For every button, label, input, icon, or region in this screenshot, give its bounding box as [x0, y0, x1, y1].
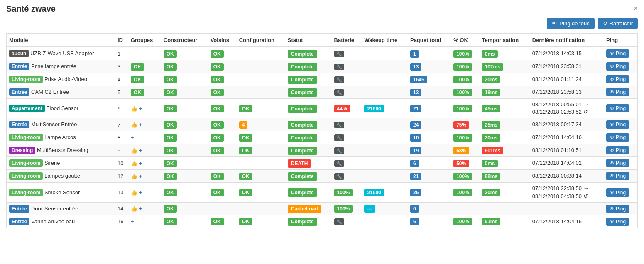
ok-badge: OK — [211, 189, 224, 196]
status-badge: DEATH — [288, 159, 311, 168]
id-cell: 9 — [115, 144, 128, 157]
ping-button[interactable]: 👁 Ping — [606, 62, 629, 71]
tempo-cell — [479, 202, 529, 215]
ping-button[interactable]: 👁 Ping — [606, 49, 629, 58]
table-row: Living-room Smoke Sensor 13 👍 + OK OK OK… — [7, 183, 638, 202]
tempo-badge: 91ms — [482, 218, 500, 225]
ping-button[interactable]: 👁 Ping — [606, 104, 629, 112]
eye-icon: 👁 — [610, 76, 615, 82]
thumbs-up-icon[interactable]: 👍 — [131, 173, 137, 179]
module-cell: Living-room Smoke Sensor — [7, 183, 115, 202]
thumbs-up-icon[interactable]: 👍 — [131, 160, 137, 166]
status-badge: Complete — [288, 172, 317, 181]
table-row: Living-room Sirene 10 👍 + OK DEATH 🔧 6 5… — [7, 157, 638, 170]
ok-badge: OK — [239, 189, 252, 196]
paquet-cell: 13 — [408, 60, 451, 73]
module-cell: Entrée CAM C2 Entrée — [7, 86, 115, 99]
col-id: ID — [115, 34, 128, 47]
plus-icon[interactable]: + — [139, 173, 142, 179]
ping-button[interactable]: 👁 Ping — [606, 172, 629, 180]
status-badge: Complete — [288, 50, 317, 58]
device-name: MultiSensor Dressing — [37, 147, 88, 153]
constructeur-cell: OK — [161, 86, 208, 99]
status-badge: Complete — [288, 218, 317, 226]
constructeur-cell: OK — [161, 73, 208, 86]
plus-icon[interactable]: + — [131, 218, 134, 225]
plus-icon[interactable]: + — [139, 205, 142, 212]
status-badge: Complete — [288, 63, 317, 71]
battery-icon[interactable]: 🔧 — [334, 147, 344, 154]
constructeur-cell: OK — [161, 157, 208, 170]
ping-button[interactable]: 👁 Ping — [606, 88, 629, 96]
thumbs-up-icon[interactable]: 👍 — [131, 147, 137, 154]
pct-cell: 100% — [451, 86, 479, 99]
close-button[interactable]: × — [633, 4, 638, 13]
battery-icon[interactable]: 🔧 — [334, 122, 344, 128]
num-badge: 1645 — [410, 76, 427, 83]
battery-icon[interactable]: 🔧 — [334, 160, 344, 167]
ping-all-button[interactable]: 👁 Ping de tous — [547, 18, 594, 29]
battery-icon[interactable]: 🔧 — [334, 76, 344, 83]
battery-icon[interactable]: 🔧 — [334, 173, 344, 180]
plus-icon[interactable]: + — [139, 189, 142, 196]
tempo-badge: 601ms — [482, 147, 503, 154]
ping-button[interactable]: 👁 Ping — [606, 133, 629, 142]
plus-icon[interactable]: + — [139, 160, 142, 166]
refresh-button[interactable]: ↻ Rafraîchir — [598, 18, 638, 29]
device-name: Door Sensor entrée — [31, 205, 78, 212]
eye-icon: 👁 — [610, 219, 615, 225]
batterie-cell: 🔧 — [332, 157, 362, 170]
ping-button[interactable]: 👁 Ping — [606, 120, 629, 129]
statut-cell: Complete — [285, 86, 332, 99]
module-label: Entrée — [9, 88, 29, 96]
tempo-cell: 88ms — [479, 170, 529, 183]
module-cell: Living-room Sirene — [7, 157, 115, 170]
notif-date: 07/12/2018 23:58:31 — [532, 63, 601, 70]
groupes-cell: 👍 + — [128, 170, 161, 183]
plus-icon[interactable]: + — [139, 105, 142, 112]
ok-badge: OK — [164, 173, 177, 180]
battery-icon[interactable]: 🔧 — [334, 51, 344, 57]
ping-button[interactable]: 👁 Ping — [606, 205, 629, 213]
voisins-cell: OK — [208, 131, 237, 144]
status-badge: Complete — [288, 121, 317, 129]
table-row: Entrée MultiSensor Entrée 7 👍 + OK OK 4 … — [7, 118, 638, 131]
num-badge: 13 — [410, 89, 421, 96]
plus-icon[interactable]: + — [139, 122, 142, 128]
battery-icon[interactable]: 🔧 — [334, 89, 344, 96]
module-cell: Living-room Lampe Arcos — [7, 131, 115, 144]
thumbs-up-icon[interactable]: 👍 — [131, 189, 137, 196]
battery-icon[interactable]: 🔧 — [334, 64, 344, 70]
constructeur-cell: OK — [161, 118, 208, 131]
col-module: Module — [7, 34, 115, 47]
ping-button[interactable]: 👁 Ping — [606, 75, 629, 83]
ping-button[interactable]: 👁 Ping — [606, 218, 629, 226]
plus-icon[interactable]: + — [131, 134, 134, 141]
thumbs-up-icon[interactable]: 👍 — [131, 105, 137, 112]
pct-cell: 100% — [451, 215, 479, 228]
groupes-cell: OK — [128, 60, 161, 73]
plus-icon[interactable]: + — [139, 147, 142, 154]
ping-cell: 👁 Ping — [604, 47, 637, 60]
pct-badge: 100% — [453, 189, 472, 196]
batterie-cell: 🔧 — [332, 215, 362, 228]
status-badge: Complete — [288, 88, 317, 97]
tempo-cell: 45ms — [479, 99, 529, 118]
wakeup-cell — [362, 118, 408, 131]
pct-badge: 100% — [453, 218, 472, 225]
paquet-cell: 0 — [408, 202, 451, 215]
ping-button[interactable]: 👁 Ping — [606, 159, 629, 167]
configuration-cell: OK — [237, 99, 285, 118]
thumbs-up-icon[interactable]: 👍 — [131, 205, 137, 212]
battery-icon[interactable]: 🔧 — [334, 134, 344, 141]
thumbs-up-icon[interactable]: 👍 — [131, 122, 137, 128]
module-label: Living-room — [9, 76, 43, 83]
ping-button[interactable]: 👁 Ping — [606, 146, 629, 154]
ping-button[interactable]: 👁 Ping — [606, 188, 629, 197]
id-cell: 14 — [115, 202, 128, 215]
ping-cell: 👁 Ping — [604, 86, 637, 99]
battery-icon[interactable]: 🔧 — [334, 218, 344, 225]
module-label: Living-room — [9, 159, 43, 167]
groupes-cell: 👍 + — [128, 202, 161, 215]
module-label: Entrée — [9, 63, 29, 70]
